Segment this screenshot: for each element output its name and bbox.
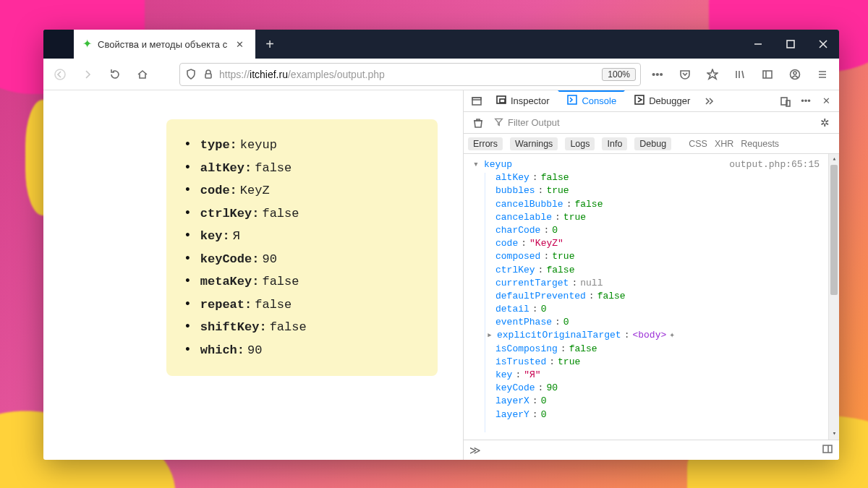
split-console-button[interactable]	[822, 443, 833, 457]
console-property-row[interactable]: key: "Я"	[495, 369, 822, 382]
tab-inspector[interactable]: Inspector	[487, 90, 558, 112]
console-property-row[interactable]: isComposing: false	[495, 343, 822, 356]
prop-key: composed	[495, 250, 540, 263]
console-property-row[interactable]: cancelable: true	[495, 211, 822, 224]
prop-value: 0	[541, 395, 547, 408]
console-settings-button[interactable]: ✲	[814, 113, 835, 133]
scroll-up-icon[interactable]: ▴	[829, 154, 839, 165]
bookmark-button[interactable]	[702, 64, 723, 85]
scroll-thumb[interactable]	[830, 165, 838, 295]
event-property-value: false	[262, 203, 299, 225]
forward-button[interactable]	[77, 64, 98, 85]
console-property-row[interactable]: bubbles: true	[495, 184, 822, 197]
window-close-button[interactable]	[807, 30, 839, 59]
zoom-indicator[interactable]: 100%	[602, 68, 636, 81]
filter-requests[interactable]: Requests	[741, 139, 779, 149]
browser-window: ✦ Свойства и методы объекта с ✕ + https:…	[43, 30, 839, 460]
tab-console-label: Console	[582, 95, 616, 106]
prop-value: 0	[563, 316, 569, 329]
tab-console[interactable]: Console	[558, 90, 625, 112]
pocket-button[interactable]	[674, 64, 696, 85]
devtools-close-button[interactable]: ✕	[816, 91, 836, 111]
event-property-key: shiftKey:	[200, 317, 267, 338]
home-button[interactable]	[132, 64, 153, 85]
event-property-value: false	[262, 271, 299, 293]
log-event-name[interactable]: keyup	[484, 158, 512, 171]
console-property-row[interactable]: keyCode: 90	[495, 382, 822, 395]
new-tab-button[interactable]: +	[255, 30, 284, 59]
console-property-row[interactable]: ▸explicitOriginalTarget: <body> ✦	[495, 329, 822, 342]
console-property-row[interactable]: currentTarget: null	[495, 277, 822, 290]
back-button[interactable]	[49, 64, 71, 85]
devtools-menu-button[interactable]: •••	[796, 91, 816, 111]
svg-line-9	[742, 71, 744, 78]
menu-button[interactable]	[812, 64, 833, 85]
event-property-row: type: keyup	[184, 134, 412, 157]
console-property-row[interactable]: layerY: 0	[495, 408, 822, 421]
prop-key: charCode	[495, 224, 540, 237]
filter-warnings[interactable]: Warnings	[510, 137, 558, 150]
shield-icon[interactable]	[184, 69, 197, 80]
console-property-row[interactable]: charCode: 0	[495, 224, 822, 237]
filter-errors[interactable]: Errors	[468, 137, 503, 150]
prop-key: defaultPrevented	[495, 290, 586, 303]
svg-rect-24	[786, 100, 790, 106]
console-property-row[interactable]: composed: true	[495, 250, 822, 263]
browser-tab[interactable]: ✦ Свойства и методы объекта с ✕	[74, 30, 255, 59]
account-button[interactable]	[784, 64, 806, 85]
console-property-row[interactable]: isTrusted: true	[495, 356, 822, 369]
library-button[interactable]	[729, 64, 751, 85]
close-tab-icon[interactable]: ✕	[233, 38, 247, 51]
console-scrollbar[interactable]: ▴ ▾	[828, 154, 839, 440]
filter-css[interactable]: CSS	[689, 139, 707, 149]
event-property-row: which: 90	[184, 339, 412, 362]
event-property-key: key:	[200, 226, 230, 247]
event-property-row: repeat: false	[184, 294, 412, 317]
console-property-row[interactable]: altKey: false	[495, 171, 822, 184]
prop-key: key	[495, 369, 512, 382]
devtools-more-tabs-button[interactable]	[699, 91, 719, 111]
console-property-row[interactable]: eventPhase: 0	[495, 316, 822, 329]
prop-key: ctrlKey	[495, 264, 535, 277]
target-node-icon[interactable]: ✦	[669, 329, 675, 342]
iframe-picker-icon[interactable]	[467, 91, 487, 111]
prop-value: <body>	[632, 329, 666, 342]
log-source-link[interactable]: output.php:65:15	[729, 158, 822, 171]
console-property-row[interactable]: cancelBubble: false	[495, 198, 822, 211]
filter-xhr[interactable]: XHR	[715, 139, 733, 149]
console-property-row[interactable]: ctrlKey: false	[495, 264, 822, 277]
console-property-row[interactable]: defaultPrevented: false	[495, 290, 822, 303]
console-property-row[interactable]: code: "KeyZ"	[495, 237, 822, 250]
event-property-row: ctrlKey: false	[184, 202, 412, 226]
console-property-row[interactable]: layerX: 0	[495, 395, 822, 408]
expand-icon[interactable]: ▸	[485, 329, 494, 342]
url-bar[interactable]: https://itchief.ru/examples/output.php 1…	[179, 63, 641, 86]
prop-value: "Я"	[524, 369, 540, 382]
prop-value: true	[552, 250, 574, 263]
filter-input[interactable]: Filter Output	[491, 117, 812, 129]
prop-value: true	[563, 211, 586, 224]
event-property-row: code: KeyZ	[184, 179, 412, 202]
svg-marker-6	[707, 69, 718, 79]
prop-key: cancelable	[495, 211, 552, 224]
window-maximize-button[interactable]	[774, 30, 807, 59]
console-prompt-icon[interactable]: ≫	[469, 444, 481, 457]
filter-debug[interactable]: Debug	[634, 137, 671, 150]
filter-info[interactable]: Info	[602, 137, 627, 150]
lock-icon[interactable]	[202, 69, 215, 80]
tab-debugger[interactable]: Debugger	[625, 90, 699, 112]
page-actions-button[interactable]: •••	[647, 64, 668, 85]
clear-console-button[interactable]	[468, 113, 488, 133]
prop-value: 0	[541, 303, 547, 316]
scroll-down-icon[interactable]: ▾	[829, 429, 839, 440]
event-property-row: altKey: false	[184, 157, 412, 180]
window-minimize-button[interactable]	[741, 30, 774, 59]
responsive-mode-button[interactable]	[775, 91, 796, 111]
sidebar-button[interactable]	[757, 64, 778, 85]
console-property-row[interactable]: detail: 0	[495, 303, 822, 316]
prop-key: currentTarget	[495, 277, 569, 290]
reload-button[interactable]	[104, 64, 126, 85]
svg-rect-1	[787, 40, 794, 48]
filter-logs[interactable]: Logs	[565, 137, 595, 150]
expand-toggle-icon[interactable]: ▾	[472, 158, 480, 171]
